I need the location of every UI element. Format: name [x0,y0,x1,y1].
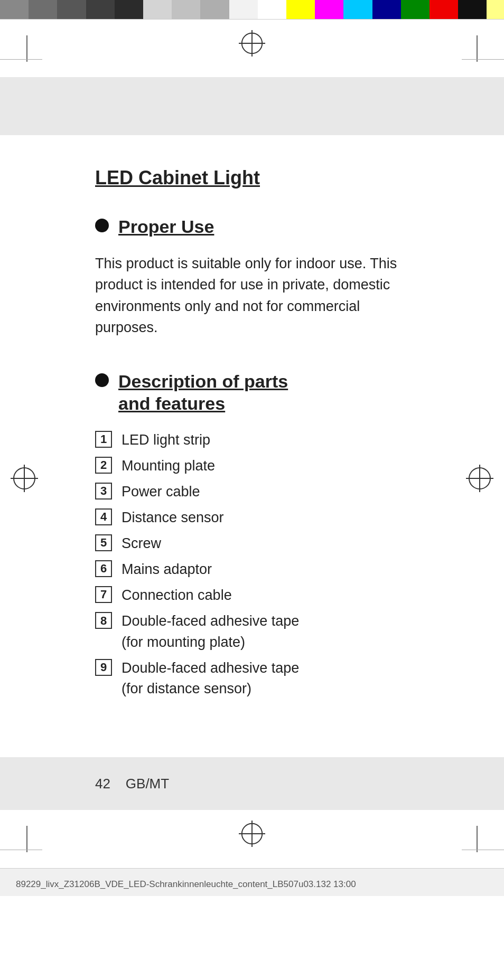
list-item: 6 Mains adaptor [95,559,409,580]
section1-heading: Proper Use [95,215,409,238]
list-item: 1 LED light strip [95,430,409,450]
bullet-proper-use [95,219,109,232]
cb-gray3 [57,0,86,19]
part-desc-3: Power cable [122,482,409,502]
list-item: 9 Double-faced adhesive tape(for distanc… [95,658,409,699]
right-tick-bottom [477,826,478,852]
cb-white1 [229,0,258,19]
part-desc-2: Mounting plate [122,456,409,476]
cb-yellow [286,0,315,19]
section2-heading-text: Description of parts and features [118,370,288,415]
part-number-1: 1 [95,431,112,448]
parts-list: 1 LED light strip 2 Mounting plate 3 Pow… [95,430,409,700]
list-item: 8 Double-faced adhesive tape(for mountin… [95,611,409,652]
section2-heading: Description of parts and features [95,370,409,415]
cb-gray2 [29,0,57,19]
top-line-left [0,59,42,60]
part-number-5: 5 [95,534,112,551]
top-crosshair [239,30,265,60]
part-desc-5: Screw [122,533,409,554]
cb-lightgray3 [200,0,229,19]
filename-bar: 89229_livx_Z31206B_VDE_LED-Schrankinnenl… [0,868,504,896]
part-number-2: 2 [95,457,112,474]
list-item: 2 Mounting plate [95,456,409,476]
cb-cyan [343,0,372,19]
footer-band: 42 GB/MT [0,757,504,810]
list-item: 7 Connection cable [95,585,409,606]
cb-lightyellow [487,0,504,19]
section2-heading-line1: Description of parts [118,371,288,391]
main-content: LED Cabinet Light Proper Use This produc… [0,135,504,725]
part-desc-8: Double-faced adhesive tape(for mounting … [122,611,409,652]
bullet-description [95,373,109,387]
left-tick-top [26,35,27,62]
top-line-right [462,59,504,60]
list-item: 4 Distance sensor [95,507,409,528]
right-tick-top [477,35,478,62]
part-desc-4: Distance sensor [122,507,409,528]
cb-gray5 [115,0,143,19]
cb-gray1 [0,0,29,19]
cb-black [458,0,487,19]
cb-gray4 [86,0,115,19]
right-side-crosshair [466,465,493,496]
bottom-line-right [462,850,504,850]
footer-page-number: 42 GB/MT [95,776,169,792]
cb-white2 [258,0,286,19]
gray-header-band [0,77,504,135]
top-margin [0,19,504,77]
cb-green [401,0,430,19]
part-number-7: 7 [95,586,112,603]
section2-heading-line2: and features [118,393,225,413]
list-item: 3 Power cable [95,482,409,502]
part-number-6: 6 [95,560,112,577]
section1-heading-text: Proper Use [118,215,214,238]
cb-magenta [315,0,343,19]
part-desc-9: Double-faced adhesive tape(for distance … [122,658,409,699]
cb-lightgray1 [143,0,172,19]
part-number-4: 4 [95,508,112,525]
cb-blue [372,0,401,19]
part-desc-6: Mains adaptor [122,559,409,580]
part-number-9: 9 [95,659,112,676]
bottom-crosshair [239,821,265,851]
part-desc-1: LED light strip [122,430,409,450]
color-registration-bar [0,0,504,19]
section1-body: This product is suitable only for indoor… [95,253,409,338]
cb-red [430,0,458,19]
part-desc-7: Connection cable [122,585,409,606]
bottom-line-left [0,850,42,850]
part-number-8: 8 [95,612,112,629]
part-number-3: 3 [95,483,112,500]
cb-lightgray2 [172,0,200,19]
left-side-crosshair [11,465,38,496]
left-tick-bottom [26,826,27,852]
filename-text: 89229_livx_Z31206B_VDE_LED-Schrankinnenl… [16,879,356,889]
list-item: 5 Screw [95,533,409,554]
bottom-margin [0,810,504,868]
page-title: LED Cabinet Light [95,167,409,189]
